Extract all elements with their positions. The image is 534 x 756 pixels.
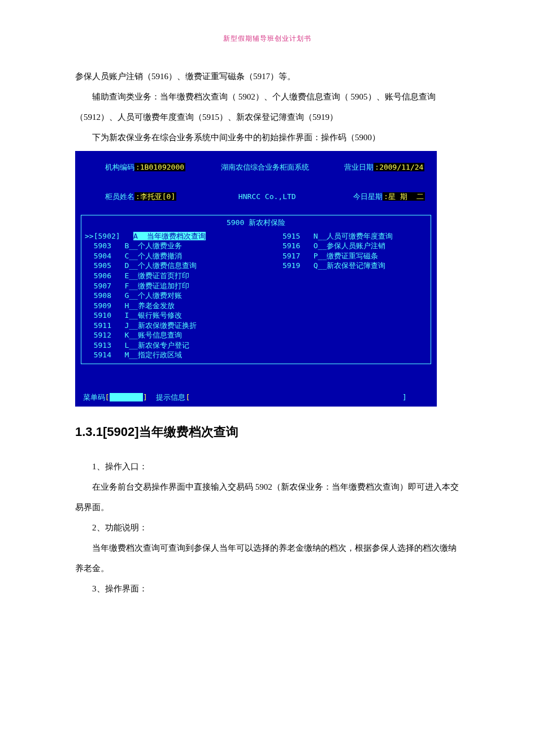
terminal-screenshot: 机构编码:1B01092000 湖南农信综合业务柜面系统 营业日期:2009/1… [75, 151, 437, 407]
terminal-menu-item[interactable]: 5905 D__个人缴费信息查询 [85, 261, 256, 271]
terminal-menu-box: 5900 新农村保险 >>[5902] A 当年缴费档次查询 5903 B__个… [81, 215, 431, 364]
terminal-menu-item[interactable]: 5919 Q__新农保登记簿查询 [256, 261, 427, 271]
paragraph: 在业务前台交易操作界面中直接输入交易码 5902（新农保业务：当年缴费档次查询）… [75, 477, 459, 517]
terminal-menu-item[interactable]: 5911 J__新农保缴费证换折 [85, 321, 256, 331]
terminal-menu-item[interactable]: 5909 H__养老金发放 [85, 301, 256, 311]
terminal-menu-item[interactable]: 5910 I__银行账号修改 [85, 310, 256, 321]
terminal-menu-item[interactable]: >>[5902] A 当年缴费档次查询 [85, 231, 256, 241]
terminal-menu-item[interactable]: 5904 C__个人缴费撤消 [85, 251, 256, 261]
paragraph: 下为新农保业务在综合业务系统中间业务中的初始操作界面：操作码（5900） [75, 127, 459, 148]
terminal-menu-item[interactable]: 5907 F__缴费证追加打印 [85, 281, 256, 291]
terminal-footer: 菜单码[ ] 提示信息[ ] [75, 392, 437, 403]
org-value: :1B01092000 [134, 163, 185, 171]
date-label: 营业日期 [344, 163, 374, 171]
terminal-menu-item[interactable]: 5903 B__个人缴费业务 [85, 241, 256, 251]
terminal-menu-item[interactable]: 5906 E__缴费证首页打印 [85, 271, 256, 281]
terminal-menu-item[interactable]: 5916 O__参保人员账户注销 [256, 241, 427, 251]
terminal-menu-item[interactable]: 5914 M__指定行政区域 [85, 350, 256, 360]
week-value: :星 期 二 [383, 192, 424, 201]
sys-name: 湖南农信综合业务柜面系统 [221, 163, 309, 171]
teller-label: 柜员姓名 [105, 192, 134, 201]
paragraph: 2、功能说明： [75, 517, 459, 538]
terminal-menu-title: 5900 新农村保险 [85, 218, 427, 228]
terminal-menu-right: 5915 N__人员可缴费年度查询 5916 O__参保人员账户注销 5917 … [256, 231, 427, 360]
date-value: :2009/11/24 [374, 163, 424, 171]
terminal-menu-item[interactable]: 5912 K__账号信息查询 [85, 330, 256, 340]
week-label: 今日星期 [353, 192, 383, 201]
paragraph: 参保人员账户注销（5916）、缴费证重写磁条（5917）等。 [75, 66, 459, 87]
org-label: 机构编码 [105, 163, 134, 171]
teller-value: :李托亚[0] [134, 192, 176, 201]
terminal-menu-item[interactable]: 5908 G__个人缴费对账 [85, 291, 256, 301]
terminal-menu-item[interactable]: 5913 L__新农保专户登记 [85, 340, 256, 351]
paragraph: 1、操作入口： [75, 456, 459, 477]
paragraph: 3、操作界面： [75, 578, 459, 599]
paragraph: 辅助查询类业务：当年缴费档次查询（ 5902）、个人缴费信息查询（ 5905）、… [75, 87, 459, 127]
section-heading: 1.3.1[5902]当年缴费档次查询 [75, 424, 459, 440]
page-content: 参保人员账户注销（5916）、缴费证重写磁条（5917）等。 辅助查询类业务：当… [0, 66, 534, 599]
terminal-menu-item[interactable]: 5917 P__缴费证重写磁条 [256, 251, 427, 261]
terminal-menu-item[interactable]: 5915 N__人员可缴费年度查询 [256, 231, 427, 241]
company: HNRCC Co.,LTD [238, 192, 296, 201]
terminal-menu-left: >>[5902] A 当年缴费档次查询 5903 B__个人缴费业务 5904 … [85, 231, 256, 360]
paragraph: 当年缴费档次查询可查询到参保人当年可以选择的养老金缴纳的档次，根据参保人选择的档… [75, 538, 459, 578]
page-header: 新型假期辅导班创业计划书 [0, 34, 534, 44]
